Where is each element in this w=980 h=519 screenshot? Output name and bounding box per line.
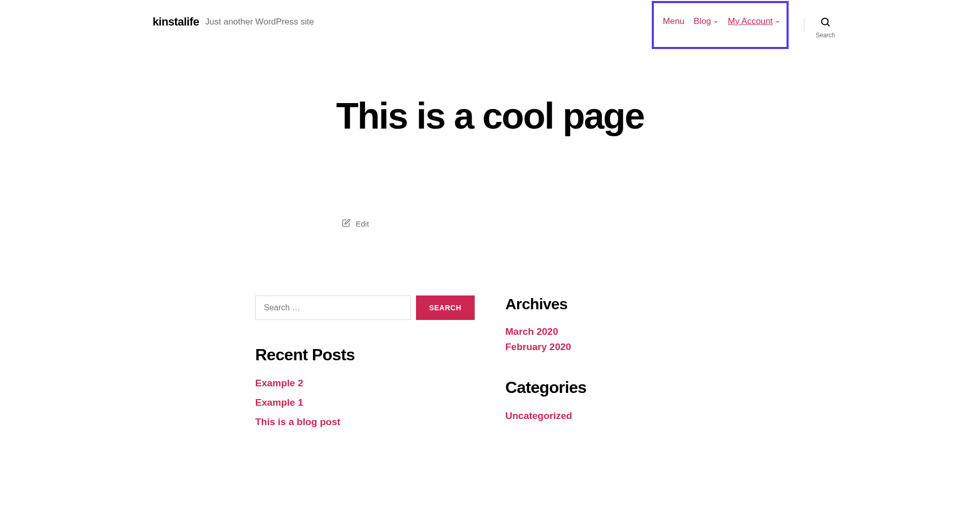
widget-column-left: SEARCH Recent Posts Example 2 Example 1 …	[255, 295, 475, 442]
recent-posts-title: Recent Posts	[255, 345, 475, 364]
nav-item-label: My Account	[728, 16, 773, 27]
footer-widgets: SEARCH Recent Posts Example 2 Example 1 …	[245, 295, 735, 462]
recent-post-item[interactable]: Example 1	[255, 397, 475, 408]
page-title-wrap: This is a cool page	[104, 44, 876, 218]
chevron-down-icon	[775, 19, 780, 24]
edit-icon	[342, 218, 351, 229]
archives-list: March 2020 February 2020	[505, 326, 725, 353]
widget-column-right: Archives March 2020 February 2020 Catego…	[505, 295, 725, 442]
recent-posts-list: Example 2 Example 1 This is a blog post	[255, 378, 475, 428]
search-input[interactable]	[255, 295, 411, 320]
search-toggle-label: Search	[816, 32, 835, 39]
category-item[interactable]: Uncategorized	[505, 410, 725, 422]
site-title[interactable]: kinstalife	[153, 15, 199, 29]
categories-list: Uncategorized	[505, 410, 725, 422]
divider	[804, 18, 804, 32]
search-icon	[820, 16, 831, 30]
search-form: SEARCH	[255, 295, 475, 320]
site-tagline: Just another WordPress site	[205, 17, 314, 27]
page-title: This is a cool page	[104, 95, 876, 137]
primary-nav-wrap: Menu Blog My Account Search	[652, 1, 835, 49]
search-button[interactable]: SEARCH	[416, 295, 475, 320]
archives-widget: Archives March 2020 February 2020	[505, 295, 725, 353]
svg-line-1	[827, 24, 830, 27]
nav-item-label: Menu	[663, 16, 685, 27]
primary-nav: Menu Blog My Account	[652, 1, 789, 49]
search-toggle[interactable]: Search	[816, 11, 835, 39]
nav-item-menu[interactable]: Menu	[663, 16, 685, 27]
archives-title: Archives	[505, 295, 725, 313]
recent-post-item[interactable]: This is a blog post	[255, 416, 475, 428]
nav-item-blog[interactable]: Blog	[694, 16, 719, 27]
recent-post-item[interactable]: Example 2	[255, 378, 475, 389]
archive-item[interactable]: February 2020	[505, 341, 725, 353]
nav-item-my-account[interactable]: My Account	[728, 16, 780, 27]
chevron-down-icon	[713, 19, 719, 24]
svg-point-0	[822, 18, 828, 25]
categories-title: Categories	[505, 378, 725, 397]
site-header: kinstalife Just another WordPress site M…	[104, 0, 876, 44]
edit-link[interactable]: Edit	[342, 218, 638, 295]
categories-widget: Categories Uncategorized	[505, 378, 725, 422]
nav-item-label: Blog	[694, 16, 711, 27]
archive-item[interactable]: March 2020	[505, 326, 725, 337]
edit-label: Edit	[356, 219, 369, 228]
